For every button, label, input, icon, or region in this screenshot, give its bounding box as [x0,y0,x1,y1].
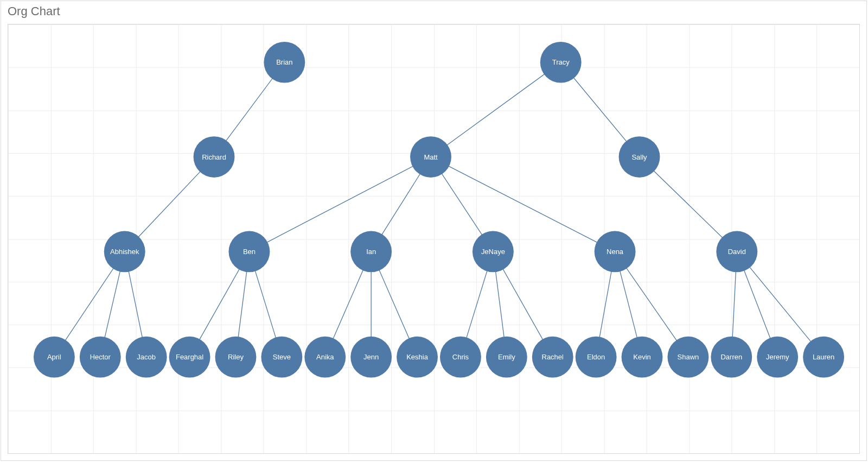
node-circle [803,337,844,378]
node-circle [473,231,514,273]
org-node-chris[interactable]: Chris [440,337,481,378]
org-node-hector[interactable]: Hector [80,337,121,378]
org-node-kevin[interactable]: Kevin [622,337,663,378]
org-node-keshia[interactable]: Keshia [397,337,438,378]
org-node-lauren[interactable]: Lauren [803,337,844,378]
org-node-brian[interactable]: Brian [264,42,305,83]
nodes-layer: BrianTracyRichardMattSallyAbhishekBenIan… [34,42,844,378]
dashboard-frame: Org Chart BrianTracyRichardMattSallyAbhi… [1,1,867,461]
org-node-eldon[interactable]: Eldon [576,337,617,378]
node-circle [576,337,617,378]
org-link [431,62,561,157]
org-link [431,157,615,251]
node-circle [622,337,663,378]
org-node-emily[interactable]: Emily [486,337,527,378]
org-node-ben[interactable]: Ben [228,231,270,273]
node-circle [126,337,167,378]
org-node-april[interactable]: April [34,337,75,378]
org-node-nena[interactable]: Nena [595,231,636,273]
node-circle [486,337,527,378]
org-node-jenaye[interactable]: JeNaye [473,231,514,273]
org-node-anika[interactable]: Anika [304,337,346,378]
org-node-riley[interactable]: Riley [215,337,257,378]
node-circle [350,231,392,273]
node-circle [194,136,235,178]
node-circle [261,337,302,378]
node-circle [667,337,709,378]
org-node-jeremy[interactable]: Jeremy [757,337,798,378]
org-node-steve[interactable]: Steve [261,337,302,378]
node-circle [304,337,346,378]
node-circle [169,337,210,378]
org-node-richard[interactable]: Richard [194,136,235,178]
node-circle [757,337,798,378]
node-circle [440,337,481,378]
org-node-ian[interactable]: Ian [350,231,392,273]
dashboard-title: Org Chart [8,4,60,18]
node-circle [228,231,270,273]
node-circle [215,337,257,378]
links-layer [54,62,824,357]
org-node-fearghal[interactable]: Fearghal [169,337,210,378]
org-node-rachel[interactable]: Rachel [532,337,573,378]
node-circle [619,136,660,178]
org-node-darren[interactable]: Darren [711,337,752,378]
node-circle [80,337,121,378]
node-circle [104,231,145,273]
org-node-tracy[interactable]: Tracy [540,42,582,83]
org-chart-svg[interactable]: BrianTracyRichardMattSallyAbhishekBenIan… [8,24,859,453]
node-circle [264,42,305,83]
node-circle [34,337,75,378]
org-node-shawn[interactable]: Shawn [667,337,709,378]
node-circle [410,136,451,178]
org-node-david[interactable]: David [716,231,757,273]
node-circle [397,337,438,378]
org-node-jacob[interactable]: Jacob [126,337,167,378]
node-circle [716,231,757,273]
org-node-matt[interactable]: Matt [410,136,451,178]
org-chart-area[interactable]: BrianTracyRichardMattSallyAbhishekBenIan… [8,24,860,454]
node-circle [350,337,392,378]
node-circle [711,337,752,378]
org-node-sally[interactable]: Sally [619,136,660,178]
org-node-jenn[interactable]: Jenn [350,337,392,378]
org-node-abhishek[interactable]: Abhishek [104,231,145,273]
node-circle [540,42,582,83]
org-link [249,157,431,251]
node-circle [532,337,573,378]
node-circle [595,231,636,273]
